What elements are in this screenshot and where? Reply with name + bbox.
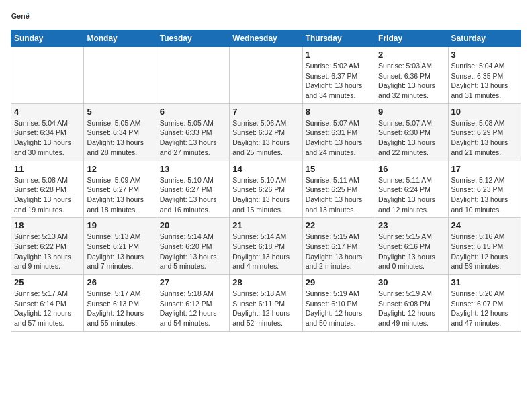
calendar-cell: 13Sunrise: 5:10 AM Sunset: 6:27 PM Dayli… bbox=[157, 161, 229, 218]
calendar-cell: 4Sunrise: 5:04 AM Sunset: 6:34 PM Daylig… bbox=[11, 103, 84, 161]
calendar-cell: 28Sunrise: 5:18 AM Sunset: 6:11 PM Dayli… bbox=[230, 275, 302, 332]
cell-day-number: 1 bbox=[306, 50, 372, 60]
calendar-week-row: 4Sunrise: 5:04 AM Sunset: 6:34 PM Daylig… bbox=[11, 103, 521, 161]
cell-day-number: 19 bbox=[87, 220, 153, 230]
calendar-cell: 12Sunrise: 5:09 AM Sunset: 6:27 PM Dayli… bbox=[84, 161, 157, 218]
weekday-header: Wednesday bbox=[230, 30, 302, 47]
cell-day-number: 20 bbox=[160, 220, 226, 230]
calendar-cell: 24Sunrise: 5:16 AM Sunset: 6:15 PM Dayli… bbox=[448, 218, 521, 275]
cell-day-number: 25 bbox=[14, 277, 81, 287]
cell-day-number: 15 bbox=[306, 164, 372, 174]
cell-day-info: Sunrise: 5:14 AM Sunset: 6:18 PM Dayligh… bbox=[232, 232, 299, 271]
calendar-cell: 30Sunrise: 5:19 AM Sunset: 6:08 PM Dayli… bbox=[375, 275, 448, 332]
calendar-cell bbox=[84, 47, 157, 104]
cell-day-number: 6 bbox=[160, 107, 226, 117]
cell-day-info: Sunrise: 5:06 AM Sunset: 6:32 PM Dayligh… bbox=[232, 118, 299, 158]
cell-day-number: 10 bbox=[451, 107, 518, 117]
calendar-cell: 1Sunrise: 5:02 AM Sunset: 6:37 PM Daylig… bbox=[302, 47, 375, 104]
calendar-cell: 17Sunrise: 5:12 AM Sunset: 6:23 PM Dayli… bbox=[448, 161, 521, 218]
calendar-cell: 2Sunrise: 5:03 AM Sunset: 6:36 PM Daylig… bbox=[375, 47, 448, 104]
cell-day-number: 23 bbox=[378, 220, 445, 230]
cell-day-info: Sunrise: 5:07 AM Sunset: 6:30 PM Dayligh… bbox=[378, 118, 445, 158]
cell-day-info: Sunrise: 5:08 AM Sunset: 6:29 PM Dayligh… bbox=[451, 118, 518, 158]
cell-day-info: Sunrise: 5:05 AM Sunset: 6:33 PM Dayligh… bbox=[160, 118, 226, 158]
calendar-cell bbox=[230, 47, 302, 104]
calendar-cell: 11Sunrise: 5:08 AM Sunset: 6:28 PM Dayli… bbox=[11, 161, 84, 218]
cell-day-number: 30 bbox=[378, 277, 445, 287]
cell-day-info: Sunrise: 5:05 AM Sunset: 6:34 PM Dayligh… bbox=[87, 118, 153, 158]
calendar-cell: 21Sunrise: 5:14 AM Sunset: 6:18 PM Dayli… bbox=[230, 218, 302, 275]
cell-day-number: 31 bbox=[451, 277, 518, 287]
cell-day-info: Sunrise: 5:07 AM Sunset: 6:31 PM Dayligh… bbox=[306, 118, 372, 158]
cell-day-number: 4 bbox=[14, 107, 81, 117]
calendar-cell bbox=[157, 47, 229, 104]
cell-day-info: Sunrise: 5:12 AM Sunset: 6:23 PM Dayligh… bbox=[451, 175, 518, 215]
weekday-header-row: SundayMondayTuesdayWednesdayThursdayFrid… bbox=[11, 30, 521, 47]
cell-day-number: 24 bbox=[451, 220, 518, 230]
cell-day-number: 7 bbox=[232, 107, 299, 117]
calendar-cell: 26Sunrise: 5:17 AM Sunset: 6:13 PM Dayli… bbox=[84, 275, 157, 332]
cell-day-info: Sunrise: 5:19 AM Sunset: 6:10 PM Dayligh… bbox=[306, 289, 372, 328]
cell-day-number: 9 bbox=[378, 107, 445, 117]
logo-icon: General bbox=[11, 11, 30, 24]
calendar-week-row: 11Sunrise: 5:08 AM Sunset: 6:28 PM Dayli… bbox=[11, 161, 521, 218]
calendar-week-row: 25Sunrise: 5:17 AM Sunset: 6:14 PM Dayli… bbox=[11, 275, 521, 332]
calendar-cell: 7Sunrise: 5:06 AM Sunset: 6:32 PM Daylig… bbox=[230, 103, 302, 161]
cell-day-info: Sunrise: 5:14 AM Sunset: 6:20 PM Dayligh… bbox=[160, 232, 226, 271]
cell-day-number: 29 bbox=[306, 277, 372, 287]
cell-day-info: Sunrise: 5:09 AM Sunset: 6:27 PM Dayligh… bbox=[87, 175, 153, 215]
calendar-cell: 3Sunrise: 5:04 AM Sunset: 6:35 PM Daylig… bbox=[448, 47, 521, 104]
weekday-header: Monday bbox=[84, 30, 157, 47]
cell-day-number: 17 bbox=[451, 164, 518, 174]
cell-day-info: Sunrise: 5:04 AM Sunset: 6:34 PM Dayligh… bbox=[14, 118, 81, 158]
calendar-cell: 20Sunrise: 5:14 AM Sunset: 6:20 PM Dayli… bbox=[157, 218, 229, 275]
cell-day-number: 27 bbox=[160, 277, 226, 287]
cell-day-info: Sunrise: 5:02 AM Sunset: 6:37 PM Dayligh… bbox=[306, 61, 372, 101]
weekday-header: Friday bbox=[375, 30, 448, 47]
cell-day-info: Sunrise: 5:03 AM Sunset: 6:36 PM Dayligh… bbox=[378, 61, 445, 101]
cell-day-number: 28 bbox=[232, 277, 299, 287]
calendar-cell: 5Sunrise: 5:05 AM Sunset: 6:34 PM Daylig… bbox=[84, 103, 157, 161]
calendar-cell: 6Sunrise: 5:05 AM Sunset: 6:33 PM Daylig… bbox=[157, 103, 229, 161]
cell-day-info: Sunrise: 5:18 AM Sunset: 6:11 PM Dayligh… bbox=[232, 289, 299, 328]
cell-day-number: 22 bbox=[306, 220, 372, 230]
calendar-cell: 10Sunrise: 5:08 AM Sunset: 6:29 PM Dayli… bbox=[448, 103, 521, 161]
calendar-cell bbox=[11, 47, 84, 104]
cell-day-info: Sunrise: 5:15 AM Sunset: 6:16 PM Dayligh… bbox=[378, 232, 445, 271]
calendar-cell: 15Sunrise: 5:11 AM Sunset: 6:25 PM Dayli… bbox=[302, 161, 375, 218]
cell-day-info: Sunrise: 5:17 AM Sunset: 6:14 PM Dayligh… bbox=[14, 289, 81, 328]
calendar-cell: 31Sunrise: 5:20 AM Sunset: 6:07 PM Dayli… bbox=[448, 275, 521, 332]
calendar-cell: 16Sunrise: 5:11 AM Sunset: 6:24 PM Dayli… bbox=[375, 161, 448, 218]
calendar-cell: 23Sunrise: 5:15 AM Sunset: 6:16 PM Dayli… bbox=[375, 218, 448, 275]
cell-day-number: 11 bbox=[14, 164, 81, 174]
calendar-week-row: 1Sunrise: 5:02 AM Sunset: 6:37 PM Daylig… bbox=[11, 47, 521, 104]
cell-day-number: 26 bbox=[87, 277, 153, 287]
header: General bbox=[11, 11, 521, 24]
calendar-cell: 9Sunrise: 5:07 AM Sunset: 6:30 PM Daylig… bbox=[375, 103, 448, 161]
svg-text:General: General bbox=[11, 12, 30, 20]
cell-day-info: Sunrise: 5:17 AM Sunset: 6:13 PM Dayligh… bbox=[87, 289, 153, 328]
calendar: SundayMondayTuesdayWednesdayThursdayFrid… bbox=[11, 30, 521, 332]
cell-day-info: Sunrise: 5:08 AM Sunset: 6:28 PM Dayligh… bbox=[14, 175, 81, 215]
weekday-header: Saturday bbox=[448, 30, 521, 47]
cell-day-number: 14 bbox=[232, 164, 299, 174]
calendar-cell: 29Sunrise: 5:19 AM Sunset: 6:10 PM Dayli… bbox=[302, 275, 375, 332]
cell-day-number: 13 bbox=[160, 164, 226, 174]
cell-day-info: Sunrise: 5:11 AM Sunset: 6:24 PM Dayligh… bbox=[378, 175, 445, 215]
cell-day-info: Sunrise: 5:04 AM Sunset: 6:35 PM Dayligh… bbox=[451, 61, 518, 101]
cell-day-info: Sunrise: 5:18 AM Sunset: 6:12 PM Dayligh… bbox=[160, 289, 226, 328]
cell-day-number: 16 bbox=[378, 164, 445, 174]
cell-day-number: 5 bbox=[87, 107, 153, 117]
logo: General bbox=[11, 11, 32, 24]
calendar-week-row: 18Sunrise: 5:13 AM Sunset: 6:22 PM Dayli… bbox=[11, 218, 521, 275]
cell-day-info: Sunrise: 5:13 AM Sunset: 6:22 PM Dayligh… bbox=[14, 232, 81, 271]
cell-day-info: Sunrise: 5:16 AM Sunset: 6:15 PM Dayligh… bbox=[451, 232, 518, 271]
calendar-cell: 19Sunrise: 5:13 AM Sunset: 6:21 PM Dayli… bbox=[84, 218, 157, 275]
calendar-cell: 14Sunrise: 5:10 AM Sunset: 6:26 PM Dayli… bbox=[230, 161, 302, 218]
cell-day-info: Sunrise: 5:10 AM Sunset: 6:26 PM Dayligh… bbox=[232, 175, 299, 215]
cell-day-info: Sunrise: 5:20 AM Sunset: 6:07 PM Dayligh… bbox=[451, 289, 518, 328]
cell-day-info: Sunrise: 5:13 AM Sunset: 6:21 PM Dayligh… bbox=[87, 232, 153, 271]
calendar-cell: 25Sunrise: 5:17 AM Sunset: 6:14 PM Dayli… bbox=[11, 275, 84, 332]
weekday-header: Thursday bbox=[302, 30, 375, 47]
calendar-cell: 27Sunrise: 5:18 AM Sunset: 6:12 PM Dayli… bbox=[157, 275, 229, 332]
